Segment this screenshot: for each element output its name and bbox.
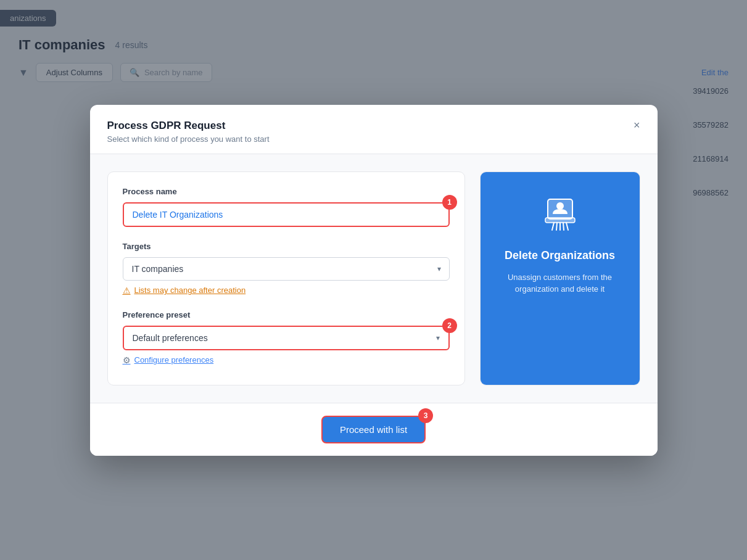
- badge-3: 3: [418, 408, 433, 423]
- svg-line-6: [563, 223, 564, 230]
- preference-label: Preference preset: [123, 310, 450, 319]
- svg-line-7: [566, 223, 568, 230]
- process-name-input[interactable]: [123, 202, 450, 227]
- action-card-description: Unassign customers from the organization…: [493, 271, 627, 295]
- preference-section: Preference preset Default preferences ▾ …: [123, 310, 450, 365]
- shredder-icon: [538, 192, 582, 236]
- svg-line-4: [556, 223, 557, 230]
- preference-wrapper: Default preferences ▾ 2: [123, 326, 450, 350]
- preference-select[interactable]: Default preferences: [124, 327, 448, 349]
- action-card-title: Delete Organizations: [505, 249, 615, 263]
- configure-link[interactable]: ⚙ Configure preferences: [123, 355, 450, 365]
- gdpr-modal: Process GDPR Request Select which kind o…: [90, 105, 658, 456]
- modal-body: Process name 1 Targets IT companies ▾: [90, 154, 658, 403]
- preference-select-border: Default preferences ▾: [123, 326, 450, 350]
- warning-label: Lists may change after creation: [134, 286, 246, 295]
- badge-2: 2: [442, 318, 457, 333]
- svg-rect-2: [545, 218, 575, 223]
- action-card: Delete Organizations Unassign customers …: [481, 172, 640, 385]
- warning-text[interactable]: ⚠ Lists may change after creation: [123, 286, 450, 295]
- svg-point-1: [556, 202, 564, 210]
- configure-label: Configure preferences: [134, 355, 214, 364]
- targets-select[interactable]: IT companies: [123, 257, 450, 281]
- modal-title: Process GDPR Request: [107, 120, 640, 132]
- modal-close-button[interactable]: ×: [631, 117, 643, 133]
- modal-subtitle: Select which kind of process you want to…: [107, 134, 640, 144]
- process-name-wrapper: 1: [123, 202, 450, 227]
- targets-label: Targets: [123, 242, 450, 251]
- warning-icon: ⚠: [123, 286, 131, 295]
- left-panel: Process name 1 Targets IT companies ▾: [107, 171, 465, 385]
- proceed-button[interactable]: Proceed with list: [321, 416, 426, 443]
- right-panel: Delete Organizations Unassign customers …: [480, 171, 640, 385]
- modal-overlay: Process GDPR Request Select which kind o…: [0, 0, 747, 560]
- badge-1: 1: [442, 195, 457, 210]
- process-name-label: Process name: [123, 187, 450, 196]
- svg-line-3: [552, 223, 554, 230]
- proceed-button-label: Proceed with list: [340, 424, 407, 435]
- targets-dropdown-wrapper: IT companies ▾: [123, 257, 450, 281]
- modal-header: Process GDPR Request Select which kind o…: [90, 105, 658, 154]
- modal-footer: Proceed with list 3: [90, 403, 658, 456]
- gear-icon: ⚙: [123, 355, 131, 365]
- proceed-btn-wrapper: Proceed with list 3: [321, 416, 426, 443]
- targets-section: Targets IT companies ▾ ⚠ Lists may chang…: [123, 242, 450, 295]
